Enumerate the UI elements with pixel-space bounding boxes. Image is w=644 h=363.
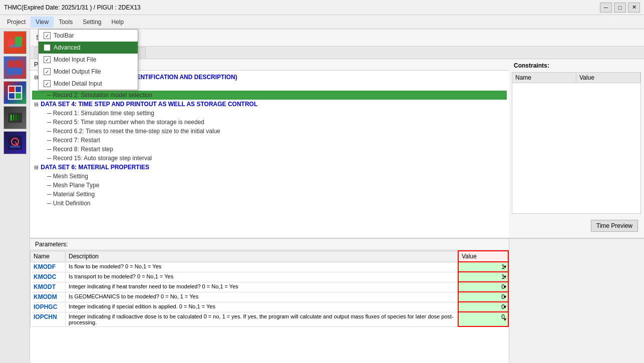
param-name-cell: IOPCHN bbox=[31, 312, 66, 326]
dropdown-model-detail[interactable]: ✓ Model Detail Input bbox=[39, 78, 138, 90]
title-bar: THMC(Expired Date: 2025/1/31 ) / PIGUI :… bbox=[0, 0, 644, 15]
dropdown-advanced[interactable]: Advanced bbox=[39, 42, 138, 54]
table-row: KMODCIs transport to be modeled? 0 = No,… bbox=[31, 272, 509, 282]
table-row: KMODFIs flow to be modeled? 0 = No,1 = Y… bbox=[31, 262, 509, 272]
table-row: KMODTInteger indicating if heat transfer… bbox=[31, 282, 509, 292]
sidebar-icon-5[interactable] bbox=[4, 131, 27, 154]
collapse-icon-ds6: ⊟ bbox=[34, 165, 38, 170]
advanced-checkbox bbox=[44, 44, 51, 51]
params-table: Name Description Value KMODFIs flow to b… bbox=[30, 250, 509, 327]
tree-ds6[interactable]: ⊟ DATA SET 6: MATERIAL PROPERTIES bbox=[32, 163, 507, 172]
toolbar-label: ToolBar bbox=[54, 32, 74, 39]
table-row: IOPHGCInteger indicating if special edit… bbox=[31, 302, 509, 312]
svg-rect-8 bbox=[9, 87, 15, 92]
dropdown-toolbar[interactable]: ✓ ToolBar bbox=[39, 30, 138, 42]
time-preview-button[interactable]: Time Preview bbox=[591, 220, 638, 232]
svg-rect-11 bbox=[16, 93, 21, 99]
dropdown-model-input[interactable]: ✓ Model Input File bbox=[39, 54, 138, 66]
sidebar-icon-1[interactable] bbox=[4, 31, 27, 54]
svg-rect-9 bbox=[16, 87, 21, 92]
dropdown-model-output[interactable]: ✓ Model Output File bbox=[39, 66, 138, 78]
param-value-cell[interactable]: 0▼ bbox=[458, 292, 508, 302]
param-desc-cell: Is transport to be modeled? 0 = No,1 = Y… bbox=[66, 272, 459, 282]
tree-mesh-setting[interactable]: ─ Mesh Setting bbox=[32, 172, 507, 181]
params-header: Parameters: bbox=[30, 239, 509, 250]
param-value-cell[interactable]: 0▼ bbox=[458, 282, 508, 292]
title-text: THMC(Expired Date: 2025/1/31 ) / PIGUI :… bbox=[4, 4, 141, 11]
sidebar-icon-4[interactable] bbox=[4, 106, 27, 129]
tree-r4-15[interactable]: ─ Record 15: Auto storage step interval bbox=[32, 154, 507, 163]
model-output-checkbox: ✓ bbox=[44, 68, 51, 75]
sidebar-icon-2[interactable] bbox=[4, 56, 27, 79]
constraints-panel: Constraints: Name Value Time Preview bbox=[509, 59, 644, 238]
constraints-name-col: Name bbox=[512, 73, 576, 83]
tree-material-setting[interactable]: ─ Material Setting bbox=[32, 190, 507, 199]
params-col-name: Name bbox=[31, 251, 66, 262]
param-value-cell[interactable]: 0▼ bbox=[458, 302, 508, 312]
menu-help[interactable]: Help bbox=[107, 17, 129, 28]
svg-rect-6 bbox=[16, 68, 22, 75]
advanced-label: Advanced bbox=[54, 44, 80, 51]
params-table-container[interactable]: Name Description Value KMODFIs flow to b… bbox=[30, 250, 509, 363]
collapse-icon-ds4: ⊟ bbox=[34, 102, 38, 107]
param-desc-cell: Integer indicating if radioactive dose i… bbox=[66, 312, 459, 326]
svg-rect-4 bbox=[16, 61, 22, 67]
menu-view[interactable]: View bbox=[31, 17, 54, 28]
svg-rect-10 bbox=[9, 93, 15, 99]
model-input-label: Model Input File bbox=[54, 56, 96, 63]
constraints-table: Name Value bbox=[512, 72, 641, 214]
tree-ds4[interactable]: ⊟ DATA SET 4: TIME STEP AND PRINTOUT AS … bbox=[32, 100, 507, 109]
svg-rect-12 bbox=[8, 113, 22, 123]
tree-mesh-plane[interactable]: ─ Mesh Plane Type bbox=[32, 181, 507, 190]
constraints-col-headers: Name Value bbox=[512, 73, 640, 83]
menu-bar: Project View Tools Setting Help bbox=[0, 15, 644, 29]
menu-tools[interactable]: Tools bbox=[54, 17, 78, 28]
tree-r2[interactable]: ─ Record 2: Simulation model selection bbox=[32, 91, 507, 100]
param-name-cell: IOPHGC bbox=[31, 302, 66, 312]
title-controls: ─ □ ✕ bbox=[600, 3, 640, 13]
param-desc-cell: Integer indicating if heat transfer need… bbox=[66, 282, 459, 292]
time-preview-area: Time Preview bbox=[509, 214, 644, 238]
maximize-button[interactable]: □ bbox=[614, 3, 626, 13]
left-sidebar bbox=[0, 29, 30, 363]
model-output-label: Model Output File bbox=[54, 68, 101, 75]
tree-r4-5[interactable]: ─ Record 5: Time step number when the st… bbox=[32, 118, 507, 127]
svg-rect-3 bbox=[8, 61, 15, 67]
param-name-cell: KMODT bbox=[31, 282, 66, 292]
param-desc-cell: Integer indicating if special edition is… bbox=[66, 302, 459, 312]
tree-container[interactable]: ⊟ DATA SET 1: TITLE (PROBLEM IDENTIFICAT… bbox=[30, 71, 509, 238]
tree-r4-6[interactable]: ─ Record 6.2: Times to reset the time-st… bbox=[32, 127, 507, 136]
view-dropdown: ✓ ToolBar Advanced ✓ Model Input File ✓ … bbox=[38, 29, 138, 90]
constraints-header: Constraints: bbox=[509, 59, 644, 72]
param-desc-cell: Is flow to be modeled? 0 = No,1 = Yes bbox=[66, 262, 459, 272]
param-value-cell[interactable]: 1▼ bbox=[458, 262, 508, 272]
params-col-value: Value bbox=[458, 251, 508, 262]
tree-r4-8[interactable]: ─ Record 8: Restart step bbox=[32, 145, 507, 154]
param-desc-cell: Is GEOMECHANICS to be modeled? 0 = No, 1… bbox=[66, 292, 459, 302]
params-outer: Parameters: Name Description Value bbox=[30, 238, 644, 363]
close-button[interactable]: ✕ bbox=[628, 3, 640, 13]
param-value-cell[interactable]: 1▼ bbox=[458, 272, 508, 282]
model-detail-label: Model Detail Input bbox=[54, 80, 102, 87]
param-name-cell: KMODF bbox=[31, 262, 66, 272]
sidebar-icon-3[interactable] bbox=[4, 81, 27, 104]
tree-unit-def[interactable]: ─ Unit Definition bbox=[32, 199, 507, 208]
params-col-desc: Description bbox=[66, 251, 459, 262]
params-right bbox=[509, 239, 644, 363]
param-name-cell: KMODC bbox=[31, 272, 66, 282]
table-row: KMODMIs GEOMECHANICS to be modeled? 0 = … bbox=[31, 292, 509, 302]
menu-setting[interactable]: Setting bbox=[78, 17, 106, 28]
menu-project[interactable]: Project bbox=[2, 17, 31, 28]
params-tbody: KMODFIs flow to be modeled? 0 = No,1 = Y… bbox=[31, 262, 509, 326]
model-input-checkbox: ✓ bbox=[44, 56, 51, 63]
tree-r4-1[interactable]: ─ Record 1: Simulation time step setting bbox=[32, 109, 507, 118]
param-value-cell[interactable]: 0▼ bbox=[458, 312, 508, 326]
model-detail-checkbox: ✓ bbox=[44, 80, 51, 87]
svg-rect-5 bbox=[8, 68, 15, 75]
collapse-icon-ds1: ⊟ bbox=[34, 75, 38, 80]
minimize-button[interactable]: ─ bbox=[600, 3, 612, 13]
svg-rect-20 bbox=[10, 146, 20, 148]
constraints-value-col: Value bbox=[576, 73, 640, 83]
tree-r4-7[interactable]: ─ Record 7: Restart bbox=[32, 136, 507, 145]
table-row: IOPCHNInteger indicating if radioactive … bbox=[31, 312, 509, 326]
